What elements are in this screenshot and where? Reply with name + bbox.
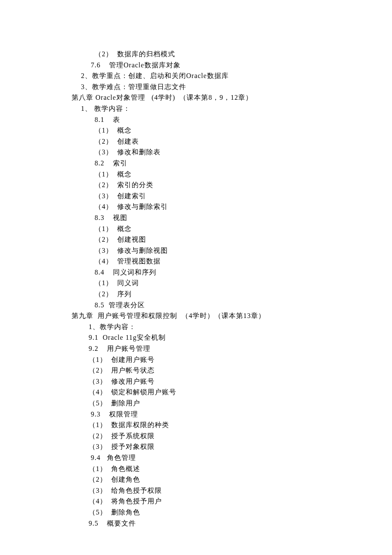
outline-line: 8.1 表 [72,114,392,125]
outline-line: 1、 教学内容： [72,103,392,114]
outline-line: （5） 删除角色 [72,507,392,518]
outline-line: （2） 创建视图 [72,234,392,245]
outline-line: （1） 同义词 [72,278,392,289]
outline-line: （1） 概念 [72,125,392,136]
outline-line: 9.4 角色管理 [72,452,392,463]
outline-line: （3） 授予对象权限 [72,441,392,452]
outline-line: （4） 修改与删除索引 [72,201,392,212]
outline-line: 9.1 Oracle 11g安全机制 [72,332,392,343]
outline-line: 1、教学内容： [72,321,392,332]
outline-line: （4） 锁定和解锁用户账号 [72,387,392,398]
outline-line: （1） 角色概述 [72,463,392,474]
outline-line: （5） 删除用户 [72,398,392,409]
outline-line: 7.6 管理Oracle数据库对象 [72,60,392,71]
outline-line: 9.3 权限管理 [72,409,392,420]
outline-line: （2） 数据库的归档模式 [72,49,392,60]
outline-line: （2） 序列 [72,289,392,300]
document-body: （2） 数据库的归档模式 7.6 管理Oracle数据库对象2、教学重点：创建、… [72,49,392,529]
outline-line: （2） 用户帐号状态 [72,365,392,376]
outline-line: （3） 创建索引 [72,191,392,202]
outline-line: （2） 创建角色 [72,474,392,485]
outline-line: （3） 修改和删除表 [72,147,392,158]
outline-line: （1） 概念 [72,223,392,234]
outline-line: （1） 创建用户账号 [72,354,392,365]
outline-line: （2） 索引的分类 [72,179,392,191]
outline-line: 第八章 Oracle对象管理 (4学时) （课本第8，9，12章） [72,92,392,103]
outline-line: 8.4 同义词和序列 [72,267,392,278]
outline-line: （1） 数据库权限的种类 [72,419,392,431]
outline-line: 8.5 管理表分区 [72,300,392,311]
outline-line: 3、教学难点：管理重做日志文件 [72,81,392,92]
outline-line: 8.2 索引 [72,158,392,169]
outline-line: （2） 授予系统权限 [72,431,392,442]
outline-line: （2） 创建表 [72,136,392,147]
outline-line: 9.5 概要文件 [72,518,392,529]
outline-line: （3） 修改与删除视图 [72,245,392,256]
outline-line: 8.3 视图 [72,212,392,223]
outline-line: （1） 概念 [72,169,392,180]
outline-line: 第九章 用户账号管理和权限控制 （4学时）（课本第13章） [72,310,392,321]
outline-line: （3） 给角色授予权限 [72,485,392,496]
outline-line: 9.2 用户账号管理 [72,343,392,354]
outline-line: 2、教学重点：创建、启动和关闭Oracle数据库 [72,70,392,81]
outline-line: （3） 修改用户账号 [72,376,392,387]
outline-line: （4） 管理视图数据 [72,256,392,267]
outline-line: （4） 将角色授予用户 [72,496,392,507]
